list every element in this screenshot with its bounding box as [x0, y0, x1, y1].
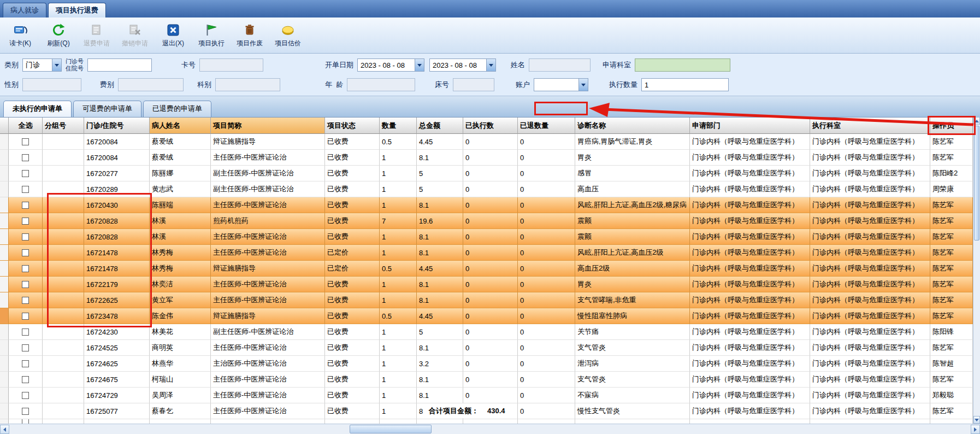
header-status[interactable]: 项目状态: [325, 118, 380, 134]
execute-button[interactable]: 项目执行: [194, 20, 228, 51]
row-select-checkbox[interactable]: [9, 277, 43, 292]
row-select-checkbox[interactable]: [9, 166, 43, 181]
row-select-checkbox[interactable]: [9, 292, 43, 308]
estimate-button[interactable]: 项目估价: [271, 20, 305, 51]
row-gutter: [0, 419, 9, 424]
category-select[interactable]: 门诊: [22, 58, 62, 72]
header-dept[interactable]: 申请部门: [690, 118, 810, 134]
exit-button[interactable]: 退出(X): [156, 20, 190, 51]
tab-refunded-requests[interactable]: 已退费的申请单: [143, 101, 211, 117]
cell-refunded: 0: [518, 181, 575, 197]
row-select-checkbox[interactable]: [9, 134, 43, 150]
table-row[interactable]: 16720289黄志武副主任医师-中医辨证论治已收费1500高血压门诊内科（呼吸…: [0, 181, 973, 197]
row-select-checkbox[interactable]: [9, 197, 43, 213]
table-row[interactable]: 16721478林秀梅主任医师-中医辨证论治已定价18.100风眩,肝阳上亢证,…: [0, 245, 973, 261]
table-body: 16720084蔡爱绒辩证施膳指导已收费0.54.4500胃癌病,胃肠气滞证,胃…: [0, 134, 973, 424]
tab-patient-visit[interactable]: 病人就诊: [3, 3, 46, 17]
horizontal-scrollbar[interactable]: [0, 424, 980, 434]
exec-count-input[interactable]: 1: [641, 78, 729, 91]
vertical-scroll-thumb[interactable]: [974, 126, 979, 241]
table-row[interactable]: 16723478陈金伟辩证施膳指导已收费0.54.4500慢性阻塞性肺病门诊内科…: [0, 308, 973, 324]
category-dropdown-button[interactable]: [52, 59, 61, 71]
cancel-request-icon: [128, 23, 142, 37]
table-row[interactable]: 16720430陈丽端主任医师-中医辨证论治已收费18.100风眩,肝阳上亢证,…: [0, 197, 973, 213]
row-select-checkbox[interactable]: [9, 403, 43, 419]
tab-refundable-requests[interactable]: 可退费的申请单: [73, 101, 141, 117]
header-qty[interactable]: 数量: [380, 118, 417, 134]
cell-group: [43, 324, 84, 340]
scroll-right-button[interactable]: [971, 425, 980, 434]
header-refunded[interactable]: 已退数量: [518, 118, 575, 134]
header-operator[interactable]: 操作员: [930, 118, 973, 134]
read-card-button[interactable]: 读卡(K): [3, 20, 37, 51]
row-select-checkbox[interactable]: [9, 388, 43, 403]
cell-executed: 0: [463, 134, 518, 150]
refresh-button[interactable]: 刷新(Q): [42, 20, 75, 51]
row-select-checkbox[interactable]: [9, 181, 43, 197]
table-row[interactable]: 16722179林奕洁主任医师-中医辨证论治已收费18.100胃炎门诊内科（呼吸…: [0, 277, 973, 292]
table-row[interactable]: 16724525商明英主任医师-中医辨证论治已收费18.100支气管炎门诊内科（…: [0, 340, 973, 356]
header-group[interactable]: 分组号: [43, 118, 84, 134]
order-date-to-dropdown-button[interactable]: [486, 59, 495, 71]
table-row[interactable]: 16724230林美花副主任医师-中医辨证论治已收费1500关节痛门诊内科（呼吸…: [0, 324, 973, 340]
cell-dept: 门诊内科（呼吸与危重症医学科）: [690, 340, 810, 356]
estimate-icon: [281, 23, 295, 37]
header-diagnosis[interactable]: 诊断名称: [575, 118, 690, 134]
header-amount[interactable]: 总金额: [417, 118, 463, 134]
row-select-checkbox[interactable]: [9, 213, 43, 229]
account-select[interactable]: [534, 78, 588, 91]
header-id[interactable]: 门诊/住院号: [84, 118, 150, 134]
table-row[interactable]: 16721478林秀梅辩证施膳指导已定价0.54.4500高血压2级门诊内科（呼…: [0, 261, 973, 277]
header-item[interactable]: 项目简称: [211, 118, 325, 134]
row-select-checkbox[interactable]: [9, 308, 43, 324]
void-button[interactable]: 项目作废: [233, 20, 267, 51]
table-row[interactable]: 16720084蔡爱绒主任医师-中医辨证论治已收费18.100胃炎门诊内科（呼吸…: [0, 150, 973, 166]
row-select-checkbox[interactable]: [9, 150, 43, 166]
row-select-checkbox[interactable]: [9, 261, 43, 277]
header-name[interactable]: 病人姓名: [150, 118, 211, 134]
account-dropdown-button[interactable]: [578, 79, 588, 91]
cell-amount: 8.1: [417, 372, 463, 388]
cell-item: 辩证施膳指导: [211, 261, 325, 277]
order-date-to-select[interactable]: 2023 - 08 - 08: [429, 58, 496, 72]
table-row[interactable]: 16724625林燕华主治医师-中医辨证论治已收费13.200泄泻病门诊内科（呼…: [0, 356, 973, 372]
scroll-up-button[interactable]: [973, 117, 980, 125]
header-gutter: [0, 118, 9, 134]
header-exec_dept[interactable]: 执行科室: [810, 118, 930, 134]
cell-exec_dept: 门诊内科（呼吸与危重症医学科）: [810, 388, 930, 403]
row-gutter: [0, 388, 9, 403]
horizontal-scroll-thumb[interactable]: [350, 425, 432, 433]
cell-operator: 陈艺军: [930, 134, 973, 150]
row-select-checkbox[interactable]: [9, 324, 43, 340]
order-date-from-value: 2023 - 08 - 08: [358, 59, 415, 71]
vertical-scrollbar[interactable]: [973, 117, 980, 424]
row-select-checkbox[interactable]: [9, 356, 43, 372]
scroll-down-button[interactable]: [973, 416, 980, 424]
row-select-checkbox[interactable]: [9, 372, 43, 388]
table-row[interactable]: 16720277陈丽娜副主任医师-中医辨证论治已收费1500感冒门诊内科（呼吸与…: [0, 166, 973, 181]
table-row[interactable]: 16720084蔡爱绒辩证施膳指导已收费0.54.4500胃癌病,胃肠气滞证,胃…: [0, 134, 973, 150]
table-row[interactable]: 16720828林溪煎药机煎药已收费719.600震颤门诊内科（呼吸与危重症医学…: [0, 213, 973, 229]
total-amount-overlay: 合计项目金额： 430.4: [424, 403, 510, 418]
row-select-checkbox[interactable]: [9, 229, 43, 245]
tab-item-exec-refund[interactable]: 项目执行退费: [48, 3, 106, 17]
cell-item: 辩证施膳指导: [211, 308, 325, 324]
cell-qty: 1: [380, 292, 417, 308]
cell-group: [43, 197, 84, 213]
header-select-all[interactable]: 全选: [9, 118, 43, 134]
order-date-from-select[interactable]: 2023 - 08 - 08: [357, 58, 424, 72]
table-row[interactable]: 16724675柯瑞山主任医师-中医辨证论治已收费18.100支气管炎门诊内科（…: [0, 372, 973, 388]
scroll-left-button[interactable]: [0, 425, 9, 434]
order-date-from-dropdown-button[interactable]: [415, 59, 424, 71]
cell-diagnosis: 胃炎: [575, 150, 690, 166]
row-select-checkbox[interactable]: [9, 245, 43, 261]
table-row[interactable]: 16720828林溪主任医师-中医辨证论治已收费18.100震颤门诊内科（呼吸与…: [0, 229, 973, 245]
cell-amount: 4.45: [417, 261, 463, 277]
visit-no-input[interactable]: [87, 58, 152, 72]
header-executed[interactable]: 已执行数: [463, 118, 518, 134]
table-row[interactable]: 16724729吴周泽主任医师-中医辨证论治已收费18.100不寐病门诊内科（呼…: [0, 388, 973, 403]
tab-unexecuted-requests[interactable]: 未执行的申请单: [3, 101, 72, 117]
table-row[interactable]: 16722625黄立军主任医师-中医辨证论治已收费18.100支气管哮喘,非危重…: [0, 292, 973, 308]
row-select-checkbox[interactable]: [9, 340, 43, 356]
cell-name: 蔡爱绒: [150, 134, 211, 150]
